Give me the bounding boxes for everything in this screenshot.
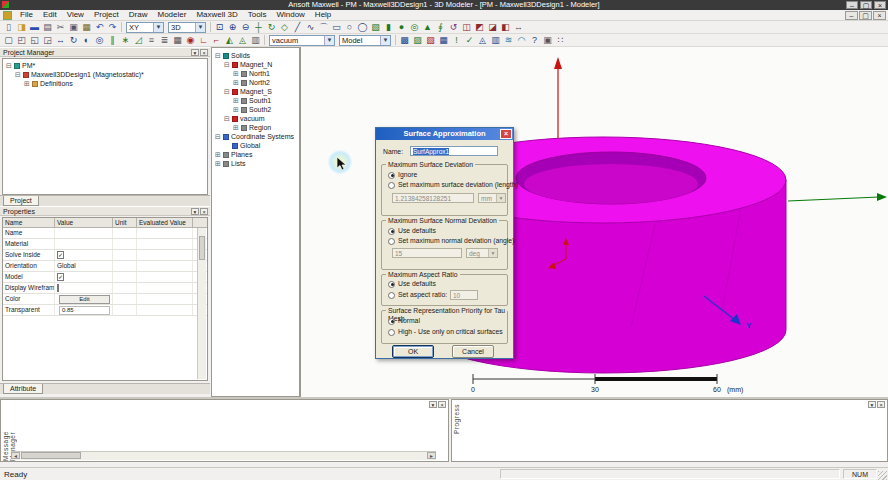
property-value[interactable] — [55, 239, 113, 249]
sweep-icon[interactable]: ↺ — [447, 22, 460, 33]
snap-mode-icon[interactable]: ◉ — [184, 35, 197, 46]
mdi-close-icon[interactable]: × — [873, 11, 886, 20]
prop-col-unit[interactable]: Unit — [113, 218, 137, 228]
tree-item-solids[interactable]: ⊟Solids — [212, 51, 299, 60]
validate-icon[interactable]: ✓ — [463, 35, 476, 46]
mdi-restore-icon[interactable]: ▢ — [859, 11, 872, 20]
draw-box-icon[interactable]: ▧ — [369, 22, 382, 33]
expand-icon[interactable]: ⊞ — [233, 124, 241, 132]
redo-icon[interactable]: ↷ — [106, 22, 119, 33]
property-value[interactable]: Edit — [55, 294, 113, 304]
view-mode-select[interactable]: 3D▼ — [168, 22, 206, 33]
analyze-icon[interactable]: ! — [450, 35, 463, 46]
property-value[interactable]: Global — [55, 261, 113, 271]
expand-icon[interactable]: ⊞ — [24, 80, 32, 88]
radio-ignore[interactable]: Ignore — [388, 171, 417, 179]
results-icon[interactable]: ▥ — [489, 35, 502, 46]
collapse-icon[interactable]: ⊟ — [224, 88, 232, 96]
property-row-orientation[interactable]: OrientationGlobal — [3, 261, 207, 272]
zoom-out-icon[interactable]: ⊖ — [239, 22, 252, 33]
property-row-display-wireframe[interactable]: Display Wireframe — [3, 283, 207, 294]
collapse-icon[interactable]: ⊟ — [215, 133, 223, 141]
scroll-right-icon[interactable]: ► — [427, 452, 436, 459]
assign-material-icon[interactable]: ▩ — [398, 35, 411, 46]
normal-deviation-unit-select[interactable]: deg▼ — [466, 248, 498, 258]
window-maximize-icon[interactable]: ▢ — [860, 1, 872, 9]
property-value[interactable] — [55, 228, 113, 238]
aspect-ratio-input[interactable]: 10 — [450, 290, 478, 300]
prop-col-evaluated[interactable]: Evaluated Value — [137, 218, 193, 228]
assign-boundary-icon[interactable]: ▨ — [411, 35, 424, 46]
optimetrics-icon[interactable]: ◬ — [476, 35, 489, 46]
tree-item-lists[interactable]: ⊞Lists — [212, 159, 299, 168]
checkbox-unchecked-icon[interactable] — [57, 284, 59, 292]
message-manager-hscrollbar[interactable]: ◄ ► — [11, 451, 436, 460]
snapshot-icon[interactable]: ▣ — [541, 35, 554, 46]
window-close-icon[interactable]: × — [874, 1, 886, 9]
collapse-icon[interactable]: ⊟ — [224, 61, 232, 69]
resize-grip[interactable] — [878, 471, 887, 480]
tree-item-north1[interactable]: ⊞North1 — [212, 69, 299, 78]
assign-excitation-icon[interactable]: ▧ — [424, 35, 437, 46]
tree-item-north2[interactable]: ⊞North2 — [212, 78, 299, 87]
property-row-material[interactable]: Material — [3, 239, 207, 250]
draw-ellipse-icon[interactable]: ○ — [343, 22, 356, 33]
radio-normal-use-defaults[interactable]: Use defaults — [388, 227, 436, 235]
duplicate-around-axis-icon[interactable]: ∗ — [119, 35, 132, 46]
ok-button[interactable]: OK — [392, 345, 434, 358]
radio-set-normal-deviation[interactable]: Set maximum normal deviation (angle) — [388, 237, 514, 245]
orient-view-icon[interactable]: ◇ — [278, 22, 291, 33]
paste-icon[interactable]: ▦ — [80, 22, 93, 33]
menu-view[interactable]: View — [62, 10, 89, 20]
tree-item-coordinate-systems[interactable]: ⊟Coordinate Systems — [212, 132, 299, 141]
tree-item-vacuum[interactable]: ⊟vacuum — [212, 114, 299, 123]
checkbox-checked-icon[interactable]: ✓ — [57, 251, 64, 259]
menu-window[interactable]: Window — [271, 10, 309, 20]
property-row-model[interactable]: Model✓ — [3, 272, 207, 283]
menu-help[interactable]: Help — [310, 10, 336, 20]
expand-icon[interactable]: ⊞ — [215, 151, 223, 159]
radiation-icon[interactable]: ◠ — [515, 35, 528, 46]
panel-menu-icon[interactable]: ▾ — [191, 208, 199, 215]
expand-icon[interactable]: ⊞ — [215, 160, 223, 168]
tab-project[interactable]: Project — [3, 196, 39, 206]
window-titlebar[interactable]: Ansoft Maxwell - PM - Maxwell3DDesign1 -… — [0, 0, 888, 10]
subtract-icon[interactable]: ◩ — [473, 22, 486, 33]
open-icon[interactable]: ◨ — [15, 22, 28, 33]
save-icon[interactable]: ▬ — [28, 22, 41, 33]
dialog-titlebar[interactable]: Surface Approximation × — [376, 128, 513, 140]
value-field[interactable]: 0.85 — [59, 306, 110, 315]
draw-sphere-icon[interactable]: ● — [395, 22, 408, 33]
tree-item-south1[interactable]: ⊞South1 — [212, 96, 299, 105]
dialog-close-icon[interactable]: × — [500, 129, 512, 139]
properties-titlebar[interactable]: Properties ▾ × — [0, 206, 210, 216]
property-row-solve-inside[interactable]: Solve Inside✓ — [3, 250, 207, 261]
mirror-icon[interactable]: ◐ — [80, 35, 93, 46]
intersect-icon[interactable]: ◪ — [486, 22, 499, 33]
expand-icon[interactable]: ⊞ — [233, 70, 241, 78]
tree-item-pm[interactable]: ⊟PM* — [3, 61, 207, 70]
plane-select[interactable]: XY▼ — [126, 22, 164, 33]
properties-scrollbar[interactable] — [197, 228, 206, 379]
tree-item-magnet-s[interactable]: ⊟Magnet_S — [212, 87, 299, 96]
mesh-operations-icon[interactable]: ▦ — [437, 35, 450, 46]
expand-icon[interactable]: ⊞ — [233, 106, 241, 114]
draw-arc-icon[interactable]: ⌒ — [317, 22, 330, 33]
tree-item-planes[interactable]: ⊞Planes — [212, 150, 299, 159]
project-manager-titlebar[interactable]: Project Manager ▾ × — [0, 47, 210, 57]
name-input[interactable]: SurfApprox1 — [410, 146, 498, 156]
select-vertex-icon[interactable]: ◲ — [41, 35, 54, 46]
radio-aspect-use-defaults[interactable]: Use defaults — [388, 280, 436, 288]
draw-line-icon[interactable]: ╱ — [291, 22, 304, 33]
property-value[interactable]: ✓ — [55, 250, 113, 260]
grid-settings-icon[interactable]: ▦ — [171, 35, 184, 46]
tab-attribute[interactable]: Attribute — [3, 384, 43, 394]
tree-item-maxwell3ddesign1-magnetostatic[interactable]: ⊟Maxwell3DDesign1 (Magnetostatic)* — [3, 70, 207, 79]
property-value[interactable] — [55, 283, 113, 293]
tree-item-region[interactable]: ⊞Region — [212, 123, 299, 132]
radio-set-aspect-ratio[interactable]: Set aspect ratio: — [388, 291, 447, 299]
expand-icon[interactable]: ⊞ — [233, 97, 241, 105]
align-icon[interactable]: ≡ — [145, 35, 158, 46]
draw-helix-icon[interactable]: ∮ — [434, 22, 447, 33]
collapse-icon[interactable]: ⊟ — [15, 71, 23, 79]
